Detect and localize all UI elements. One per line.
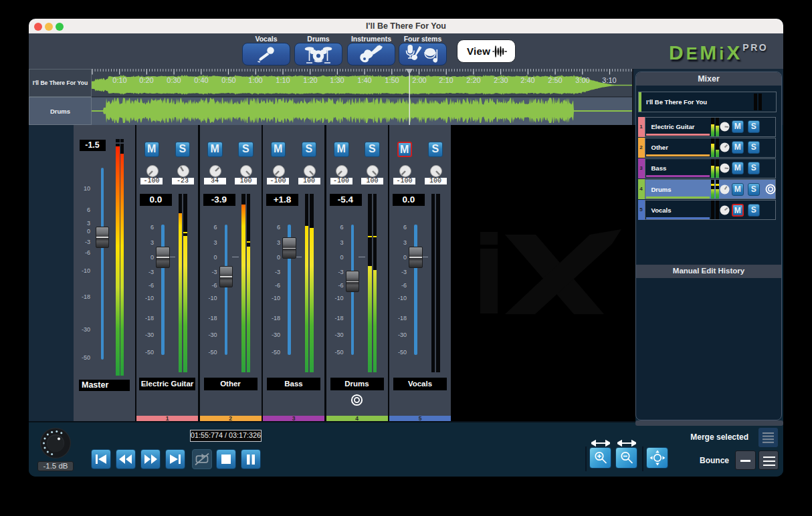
svg-text:2:40: 2:40 [520, 76, 534, 84]
svg-text:0:30: 0:30 [167, 76, 181, 84]
svg-text:0:50: 0:50 [221, 76, 235, 84]
svg-text:3:00: 3:00 [575, 76, 589, 84]
svg-text:1:00: 1:00 [248, 76, 262, 84]
svg-text:2:30: 2:30 [494, 76, 508, 84]
svg-text:2:50: 2:50 [548, 76, 562, 84]
svg-text:1:40: 1:40 [357, 76, 371, 84]
svg-text:0:40: 0:40 [194, 76, 208, 84]
svg-text:1:10: 1:10 [276, 76, 290, 84]
svg-text:3:10: 3:10 [602, 76, 616, 84]
svg-text:0:10: 0:10 [112, 76, 126, 84]
svg-text:2:20: 2:20 [466, 76, 480, 84]
svg-text:2:10: 2:10 [439, 76, 453, 84]
svg-text:2:00: 2:00 [412, 76, 426, 84]
svg-text:1:20: 1:20 [303, 76, 317, 84]
svg-text:1:30: 1:30 [330, 76, 344, 84]
svg-text:1:50: 1:50 [385, 76, 399, 84]
svg-text:0:20: 0:20 [139, 76, 153, 84]
